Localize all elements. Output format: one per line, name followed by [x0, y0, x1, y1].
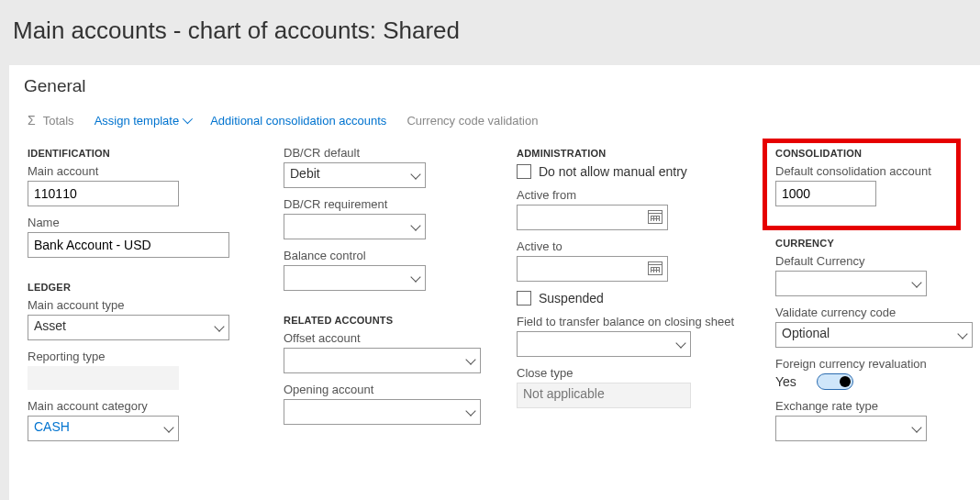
balance-control-select[interactable] — [284, 265, 426, 291]
default-consolidation-label: Default consolidation account — [775, 164, 973, 178]
exchange-rate-type-label: Exchange rate type — [775, 399, 973, 413]
main-account-category-select[interactable]: CASH — [28, 416, 179, 441]
main-account-type-select[interactable]: Asset — [28, 315, 229, 340]
transfer-balance-label: Field to transfer balance on closing she… — [517, 315, 744, 328]
balance-control-label: Balance control — [284, 249, 485, 262]
chevron-down-icon — [163, 422, 173, 432]
chevron-down-icon — [465, 406, 475, 416]
chevron-down-icon — [911, 422, 921, 432]
default-consolidation-input[interactable] — [775, 181, 876, 206]
totals-button[interactable]: Σ Totals — [28, 113, 74, 128]
offset-account-label: Offset account — [284, 331, 485, 345]
dbcr-default-select[interactable]: Debit — [284, 162, 426, 188]
main-account-type-value: Asset — [34, 318, 66, 333]
toolbar: Σ Totals Assign template Additional cons… — [24, 113, 965, 128]
sigma-icon: Σ — [28, 113, 36, 128]
assign-template-button[interactable]: Assign template — [95, 114, 191, 128]
do-not-allow-manual-checkbox[interactable]: Do not allow manual entry — [517, 164, 744, 179]
foreign-currency-toggle[interactable] — [817, 373, 853, 390]
currency-code-validation-button[interactable]: Currency code validation — [406, 114, 538, 128]
reporting-type-label: Reporting type — [28, 350, 252, 363]
active-to-label: Active to — [517, 239, 744, 253]
close-type-value: Not applicable — [517, 383, 691, 408]
dbcr-default-value: Debit — [290, 166, 320, 181]
opening-account-select[interactable] — [284, 399, 481, 425]
chevron-down-icon — [410, 272, 420, 282]
general-panel: General Σ Totals Assign template Additio… — [9, 65, 980, 500]
validate-currency-value: Optional — [782, 326, 830, 340]
dbcr-requirement-label: DB/CR requirement — [284, 197, 485, 211]
checkbox-icon — [517, 291, 531, 306]
chevron-down-icon — [410, 220, 420, 230]
suspended-label: Suspended — [539, 291, 604, 306]
identification-section: IDENTIFICATION — [28, 148, 252, 159]
suspended-checkbox[interactable]: Suspended — [517, 291, 744, 306]
active-to-input[interactable] — [517, 256, 668, 282]
offset-account-select[interactable] — [284, 348, 481, 373]
dbcr-default-label: DB/CR default — [284, 146, 485, 160]
main-account-label: Main account — [28, 164, 252, 178]
totals-label: Totals — [43, 114, 74, 128]
checkbox-icon — [517, 164, 531, 179]
default-currency-label: Default Currency — [775, 254, 973, 268]
assign-template-label: Assign template — [95, 114, 180, 128]
main-account-category-value: CASH — [34, 419, 70, 434]
chevron-down-icon — [465, 354, 475, 364]
calendar-icon — [648, 210, 663, 224]
additional-consolidation-button[interactable]: Additional consolidation accounts — [210, 114, 386, 128]
chevron-down-icon — [214, 321, 224, 331]
foreign-currency-label: Foreign currency revaluation — [775, 357, 973, 371]
name-label: Name — [28, 216, 252, 229]
ledger-section: LEDGER — [28, 282, 252, 293]
calendar-icon — [648, 261, 663, 275]
main-account-input[interactable] — [28, 181, 179, 206]
opening-account-label: Opening account — [284, 383, 485, 396]
foreign-currency-value: Yes — [775, 374, 796, 389]
main-account-type-label: Main account type — [28, 298, 252, 312]
dbcr-requirement-select[interactable] — [284, 214, 426, 239]
validate-currency-label: Validate currency code — [775, 306, 973, 319]
default-currency-select[interactable] — [775, 271, 927, 296]
main-account-category-label: Main account category — [28, 399, 252, 413]
administration-section: ADMINISTRATION — [517, 148, 744, 159]
panel-title: General — [24, 76, 965, 96]
chevron-down-icon — [183, 114, 193, 124]
chevron-down-icon — [957, 328, 967, 339]
chevron-down-icon — [675, 338, 685, 348]
exchange-rate-type-select[interactable] — [775, 416, 927, 441]
chevron-down-icon — [410, 169, 420, 179]
active-from-label: Active from — [517, 188, 744, 202]
validate-currency-select[interactable]: Optional — [775, 322, 973, 348]
chevron-down-icon — [911, 277, 921, 287]
close-type-label: Close type — [517, 366, 744, 380]
active-from-input[interactable] — [517, 205, 668, 230]
currency-section: CURRENCY — [775, 238, 973, 249]
related-accounts-section: RELATED ACCOUNTS — [284, 315, 485, 326]
toggle-knob — [840, 376, 851, 387]
transfer-balance-select[interactable] — [517, 331, 691, 357]
page-title: Main accounts - chart of accounts: Share… — [0, 0, 980, 65]
name-input[interactable] — [28, 232, 229, 258]
reporting-type-input — [28, 366, 179, 390]
consolidation-section: CONSOLIDATION — [775, 148, 973, 159]
do-not-allow-manual-label: Do not allow manual entry — [539, 164, 687, 179]
